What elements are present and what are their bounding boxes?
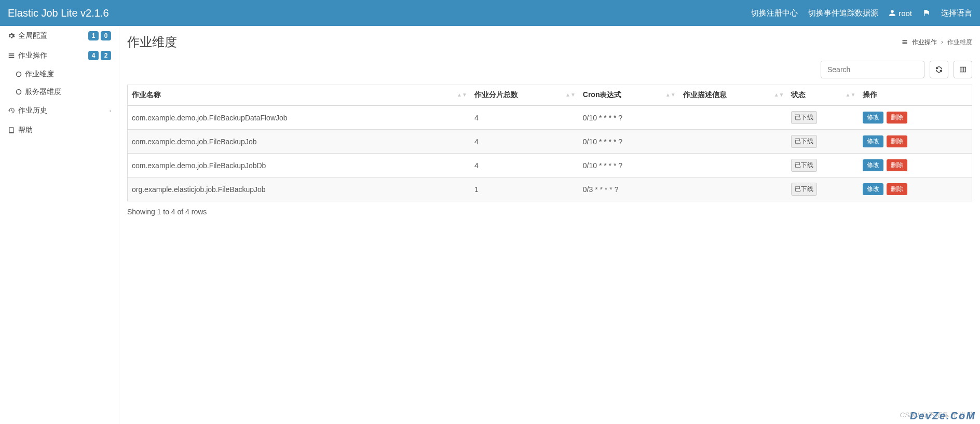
th-status[interactable]: 状态▲▼ — [787, 85, 859, 106]
badge: 2 — [101, 51, 111, 60]
nav-switch-registry[interactable]: 切换注册中心 — [751, 8, 798, 18]
cell-desc — [679, 105, 787, 130]
list-icon — [902, 39, 908, 45]
chevron-left-icon: ‹ — [110, 108, 111, 114]
search-input[interactable] — [821, 61, 924, 78]
delete-button[interactable]: 删除 — [887, 183, 907, 195]
columns-button[interactable] — [954, 61, 972, 78]
nav-flag[interactable] — [922, 9, 931, 17]
cell-status: 已下线 — [787, 130, 859, 154]
edit-button[interactable]: 修改 — [863, 183, 883, 195]
cell-ops: 修改 删除 — [859, 130, 972, 154]
refresh-button[interactable] — [930, 61, 948, 78]
cell-name: com.example.demo.job.FileBackupJobDb — [128, 154, 470, 177]
brand: Elastic Job Lite v2.1.6 — [8, 7, 109, 19]
sidebar-item-global-config[interactable]: 全局配置 1 0 — [0, 26, 119, 46]
navbar-right: 切换注册中心 切换事件追踪数据源 root 选择语言 — [751, 8, 972, 18]
cell-desc — [679, 154, 787, 177]
sidebar-label: 作业操作 — [18, 51, 47, 60]
delete-button[interactable]: 删除 — [887, 135, 907, 147]
edit-button[interactable]: 修改 — [863, 159, 883, 171]
cell-shard: 4 — [470, 130, 579, 154]
list-icon — [8, 52, 15, 59]
edit-button[interactable]: 修改 — [863, 112, 883, 124]
cell-shard: 4 — [470, 154, 579, 177]
cell-status: 已下线 — [787, 105, 859, 130]
circle-icon — [16, 89, 22, 95]
history-icon — [8, 107, 15, 114]
cell-name: org.example.elasticjob.job.FileBackupJob — [128, 177, 470, 201]
table-footer: Showing 1 to 4 of 4 rows — [127, 208, 972, 216]
sidebar-item-job-ops[interactable]: 作业操作 4 2 — [0, 46, 119, 65]
status-badge: 已下线 — [791, 135, 817, 148]
sort-icon: ▲▼ — [565, 93, 576, 97]
cell-shard: 1 — [470, 177, 579, 201]
nav-language[interactable]: 选择语言 — [941, 8, 972, 18]
circle-icon — [16, 71, 22, 77]
delete-button[interactable]: 删除 — [887, 112, 907, 124]
status-badge: 已下线 — [791, 183, 817, 196]
cell-cron: 0/10 * * * * ? — [579, 154, 679, 177]
breadcrumb-sep: › — [941, 38, 943, 46]
navbar: Elastic Job Lite v2.1.6 切换注册中心 切换事件追踪数据源… — [0, 0, 980, 26]
sort-icon: ▲▼ — [665, 93, 676, 97]
th-ops: 操作 — [859, 85, 972, 106]
sidebar-label: 帮助 — [18, 126, 33, 135]
sidebar: 全局配置 1 0 作业操作 4 2 — [0, 26, 119, 424]
cell-desc — [679, 177, 787, 201]
cell-cron: 0/3 * * * * ? — [579, 177, 679, 201]
sort-icon: ▲▼ — [457, 93, 467, 97]
svg-point-0 — [17, 72, 21, 77]
cell-ops: 修改 删除 — [859, 105, 972, 130]
th-shard[interactable]: 作业分片总数▲▼ — [470, 85, 579, 106]
sidebar-label: 全局配置 — [18, 31, 47, 40]
sort-icon: ▲▼ — [846, 93, 856, 97]
th-name[interactable]: 作业名称▲▼ — [128, 85, 470, 106]
cell-desc — [679, 130, 787, 154]
cell-ops: 修改 删除 — [859, 177, 972, 201]
sidebar-item-job-dimension[interactable]: 作业维度 — [8, 65, 119, 83]
svg-rect-2 — [960, 67, 966, 72]
sidebar-label: 服务器维度 — [25, 87, 61, 97]
delete-button[interactable]: 删除 — [887, 159, 907, 171]
cell-status: 已下线 — [787, 177, 859, 201]
nav-switch-datasource[interactable]: 切换事件追踪数据源 — [808, 8, 878, 18]
table-row: com.example.demo.job.FileBackupJob 4 0/1… — [128, 130, 972, 154]
th-cron[interactable]: Cron表达式▲▼ — [579, 85, 679, 106]
cell-name: com.example.demo.job.FileBackupDataFlowJ… — [128, 105, 470, 130]
cell-shard: 4 — [470, 105, 579, 130]
th-desc[interactable]: 作业描述信息▲▼ — [679, 85, 787, 106]
breadcrumb: 作业操作 › 作业维度 — [902, 38, 972, 47]
book-icon — [8, 127, 15, 134]
refresh-icon — [935, 66, 943, 73]
breadcrumb-current: 作业维度 — [947, 38, 972, 47]
table-row: org.example.elasticjob.job.FileBackupJob… — [128, 177, 972, 201]
sidebar-label: 作业维度 — [25, 70, 54, 79]
nav-user-label: root — [899, 9, 912, 18]
cell-cron: 0/10 * * * * ? — [579, 105, 679, 130]
edit-button[interactable]: 修改 — [863, 135, 883, 147]
watermark: DevZe.CoM — [910, 410, 976, 422]
toolbar — [127, 61, 972, 78]
badge: 0 — [101, 31, 111, 40]
sidebar-item-server-dimension[interactable]: 服务器维度 — [8, 83, 119, 101]
sidebar-item-job-history[interactable]: 作业历史 ‹ — [0, 101, 119, 120]
badge: 4 — [88, 51, 99, 60]
breadcrumb-parent[interactable]: 作业操作 — [912, 38, 937, 47]
svg-point-1 — [17, 90, 21, 94]
sidebar-item-help[interactable]: 帮助 — [0, 120, 119, 140]
cell-status: 已下线 — [787, 154, 859, 177]
flag-icon — [922, 9, 931, 17]
page-title: 作业维度 — [127, 34, 177, 50]
user-icon — [889, 9, 896, 17]
gear-icon — [8, 32, 15, 39]
nav-user[interactable]: root — [889, 9, 912, 18]
cell-cron: 0/10 * * * * ? — [579, 130, 679, 154]
status-badge: 已下线 — [791, 111, 817, 124]
columns-icon — [959, 66, 967, 73]
main-content: 作业维度 作业操作 › 作业维度 作业名称▲▼ 作业分片总数▲▼ — [119, 26, 980, 424]
cell-ops: 修改 删除 — [859, 154, 972, 177]
badge: 1 — [88, 31, 99, 40]
sort-icon: ▲▼ — [774, 93, 784, 97]
table-row: com.example.demo.job.FileBackupDataFlowJ… — [128, 105, 972, 130]
